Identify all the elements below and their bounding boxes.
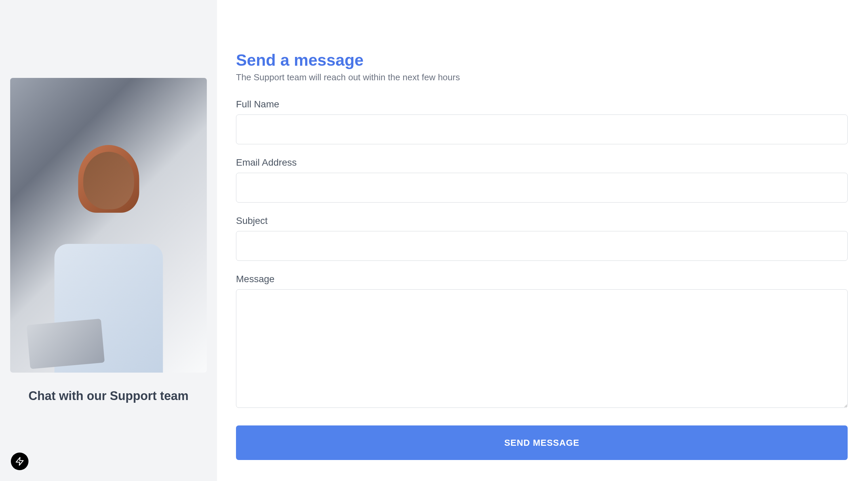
svg-marker-0 <box>16 457 23 465</box>
subject-input[interactable] <box>236 231 848 261</box>
sidebar: Chat with our Support team <box>0 0 217 481</box>
message-label: Message <box>236 274 848 285</box>
subject-label: Subject <box>236 215 848 226</box>
sidebar-title: Chat with our Support team <box>28 389 189 403</box>
contact-form: Send a message The Support team will rea… <box>236 51 848 460</box>
message-textarea[interactable] <box>236 289 848 408</box>
email-input[interactable] <box>236 173 848 203</box>
full-name-group: Full Name <box>236 99 848 144</box>
full-name-label: Full Name <box>236 99 848 110</box>
main-content: Send a message The Support team will rea… <box>217 0 868 481</box>
subject-group: Subject <box>236 215 848 261</box>
support-team-image <box>10 78 207 373</box>
message-group: Message <box>236 274 848 409</box>
page-title: Send a message <box>236 51 848 69</box>
email-group: Email Address <box>236 157 848 203</box>
send-message-button[interactable]: SEND MESSAGE <box>236 425 848 460</box>
email-label: Email Address <box>236 157 848 168</box>
page-subtitle: The Support team will reach out within t… <box>236 72 848 83</box>
lightning-badge-icon[interactable] <box>11 453 28 470</box>
full-name-input[interactable] <box>236 114 848 144</box>
